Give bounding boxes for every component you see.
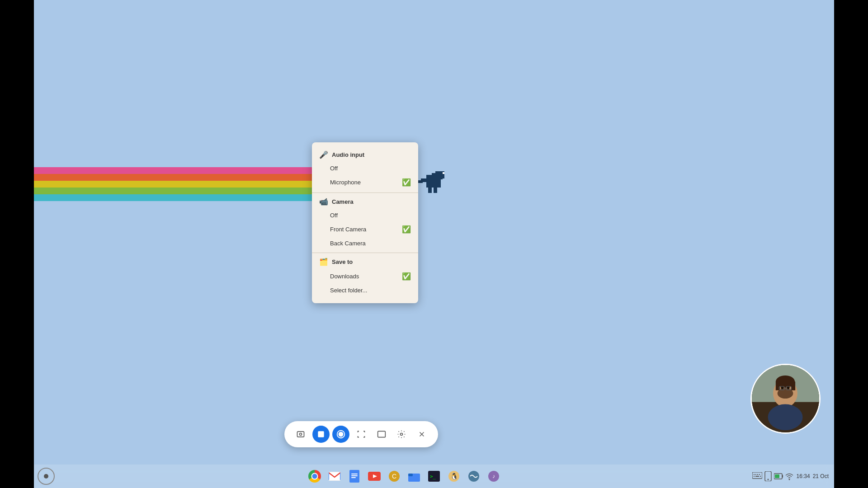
saveto-section-header: 🗂️ Save to bbox=[312, 256, 418, 269]
svg-rect-7 bbox=[434, 188, 437, 193]
phone-icon bbox=[764, 471, 772, 481]
svg-rect-52 bbox=[754, 474, 755, 475]
context-menu: 🎤 Audio input Off Microphone ✅ 📹 Camera … bbox=[312, 142, 418, 303]
taskbar-penguin[interactable]: 🐧 bbox=[445, 467, 463, 485]
camera-off-item[interactable]: Off bbox=[312, 209, 418, 222]
audio-off-label: Off bbox=[330, 165, 338, 172]
window-capture-button[interactable] bbox=[373, 426, 390, 443]
audio-off-item[interactable]: Off bbox=[312, 162, 418, 175]
svg-rect-57 bbox=[755, 476, 759, 477]
svg-rect-2 bbox=[443, 172, 444, 174]
svg-rect-6 bbox=[428, 188, 432, 193]
back-camera-item[interactable]: Back Camera bbox=[312, 237, 418, 250]
rainbow-stripe-2 bbox=[34, 174, 312, 181]
audio-microphone-item[interactable]: Microphone ✅ bbox=[312, 175, 418, 190]
camera-icon: 📹 bbox=[319, 197, 328, 206]
rainbow-stripe-1 bbox=[34, 167, 312, 174]
camera-section: 📹 Camera Off Front Camera ✅ Back Camera bbox=[312, 193, 418, 253]
rainbow-stripe-3 bbox=[34, 181, 312, 188]
svg-rect-36 bbox=[351, 475, 358, 476]
launcher-dot bbox=[44, 474, 48, 479]
camera-section-header: 📹 Camera bbox=[312, 196, 418, 209]
downloads-label: Downloads bbox=[330, 273, 359, 280]
svg-text:🐧: 🐧 bbox=[450, 473, 458, 480]
audio-section-label: Audio input bbox=[332, 151, 364, 158]
taskbar-app-wave[interactable] bbox=[465, 467, 483, 485]
svg-rect-55 bbox=[759, 474, 760, 475]
back-camera-label: Back Camera bbox=[330, 240, 366, 247]
taskbar-youtube[interactable] bbox=[365, 467, 383, 485]
svg-point-60 bbox=[767, 479, 769, 480]
downloads-item[interactable]: Downloads ✅ bbox=[312, 269, 418, 284]
taskbar-date: 21 Oct bbox=[813, 473, 829, 479]
camera-section-label: Camera bbox=[332, 198, 354, 205]
saveto-section: 🗂️ Save to Downloads ✅ Select folder... bbox=[312, 253, 418, 300]
svg-rect-33 bbox=[329, 472, 340, 481]
svg-text:>_: >_ bbox=[430, 474, 436, 479]
taskbar-left bbox=[34, 468, 57, 485]
select-folder-label: Select folder... bbox=[330, 287, 367, 294]
rainbow-decoration bbox=[34, 167, 312, 201]
front-camera-label: Front Camera bbox=[330, 226, 366, 233]
svg-point-32 bbox=[768, 404, 803, 431]
svg-rect-62 bbox=[782, 475, 783, 478]
taskbar-file-manager[interactable] bbox=[405, 467, 423, 485]
saveto-section-label: Save to bbox=[332, 258, 353, 265]
wifi-icon bbox=[785, 472, 794, 481]
screen-capture-toolbar bbox=[284, 421, 438, 447]
rainbow-stripe-4 bbox=[34, 188, 312, 194]
taskbar-time: 16:34 bbox=[797, 473, 810, 479]
avatar-image bbox=[752, 365, 819, 432]
rainbow-stripe-5 bbox=[34, 194, 312, 201]
svg-text:♪: ♪ bbox=[492, 473, 495, 479]
downloads-check: ✅ bbox=[402, 272, 411, 281]
taskbar-app-music[interactable]: ♪ bbox=[485, 467, 503, 485]
taskbar-chrome[interactable] bbox=[306, 467, 324, 485]
fullscreen-record-button[interactable] bbox=[332, 426, 349, 443]
taskbar-terminal[interactable]: >_ bbox=[425, 467, 443, 485]
taskbar: C >_ 🐧 bbox=[34, 465, 834, 488]
svg-rect-53 bbox=[755, 474, 756, 475]
taskbar-app-gold[interactable]: C bbox=[385, 467, 403, 485]
audio-section: 🎤 Audio input Off Microphone ✅ bbox=[312, 146, 418, 193]
taskbar-docs[interactable] bbox=[345, 467, 363, 485]
app-launcher-button[interactable] bbox=[38, 468, 55, 485]
svg-rect-63 bbox=[775, 474, 779, 478]
record-button[interactable] bbox=[312, 426, 330, 443]
svg-point-64 bbox=[788, 479, 790, 480]
desktop: 🎤 Audio input Off Microphone ✅ 📹 Camera … bbox=[34, 0, 834, 488]
svg-rect-43 bbox=[408, 474, 413, 476]
left-sidebar bbox=[0, 0, 34, 488]
svg-rect-9 bbox=[297, 432, 304, 437]
front-camera-item[interactable]: Front Camera ✅ bbox=[312, 222, 418, 237]
audio-microphone-check: ✅ bbox=[402, 178, 411, 187]
settings-button[interactable] bbox=[393, 426, 410, 443]
svg-rect-54 bbox=[757, 474, 758, 475]
svg-rect-58 bbox=[760, 476, 761, 477]
right-sidebar bbox=[834, 0, 868, 488]
svg-rect-56 bbox=[754, 476, 755, 477]
close-button[interactable] bbox=[413, 426, 430, 443]
battery-icon bbox=[774, 472, 783, 481]
screenshot-button[interactable] bbox=[292, 426, 309, 443]
svg-text:C: C bbox=[392, 473, 396, 480]
status-icons bbox=[752, 471, 794, 481]
svg-rect-14 bbox=[377, 431, 385, 437]
svg-rect-11 bbox=[318, 431, 324, 437]
taskbar-apps: C >_ 🐧 bbox=[57, 467, 752, 485]
pixel-dino bbox=[414, 169, 454, 201]
user-avatar bbox=[750, 364, 821, 434]
chrome-icon bbox=[308, 470, 321, 483]
svg-point-15 bbox=[401, 433, 403, 436]
svg-point-10 bbox=[300, 433, 302, 436]
front-camera-check: ✅ bbox=[402, 225, 411, 234]
svg-rect-3 bbox=[432, 173, 437, 177]
select-folder-item[interactable]: Select folder... bbox=[312, 284, 418, 297]
svg-rect-37 bbox=[351, 477, 356, 478]
keyboard-icon bbox=[752, 472, 762, 480]
audio-microphone-label: Microphone bbox=[330, 179, 361, 186]
partial-capture-button[interactable] bbox=[353, 426, 370, 443]
taskbar-gmail[interactable] bbox=[326, 467, 344, 485]
audio-section-header: 🎤 Audio input bbox=[312, 149, 418, 162]
taskbar-status: 16:34 21 Oct bbox=[752, 471, 834, 481]
